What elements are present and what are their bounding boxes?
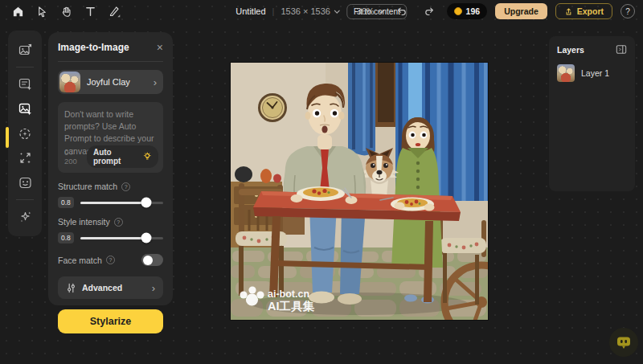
cursor-icon [36, 6, 48, 18]
sparkles-icon [18, 209, 33, 224]
style-intensity-value: 0.8 [58, 232, 74, 243]
slider-thumb[interactable] [141, 233, 152, 243]
chevron-down-icon [334, 10, 340, 14]
tool-group [8, 2, 124, 20]
style-selector[interactable]: Joyful Clay › [58, 70, 163, 94]
image-to-image-panel: Image-to-Image × Joyful Clay › Don't wan… [48, 32, 173, 305]
layer-thumbnail [557, 64, 575, 82]
adjustments-icon [66, 283, 76, 293]
left-sidebar [8, 31, 42, 236]
watermark-domain: ai-bot.cn [268, 288, 309, 300]
undo-button[interactable] [392, 2, 412, 20]
pen-tool-button[interactable] [104, 2, 124, 20]
help-button[interactable]: ? [620, 4, 635, 18]
structure-match-label: Structure match [58, 182, 117, 191]
canvas-image[interactable]: ai-bot.cn AI工具集 [231, 63, 488, 320]
sidebar-item-image-upload[interactable] [13, 39, 37, 62]
chevron-right-icon: › [154, 76, 157, 88]
divider [58, 61, 163, 62]
text-tool-button[interactable] [80, 2, 100, 20]
image-upload-icon [18, 43, 33, 58]
sidebar-divider [16, 67, 34, 67]
stylarize-button[interactable]: Stylarize [58, 309, 163, 333]
document-title[interactable]: Untitled [235, 6, 265, 16]
layer-name: Layer 1 [581, 68, 609, 78]
sidebar-item-face-tools[interactable] [13, 171, 37, 194]
char-counter: 0 / 200 [64, 148, 87, 166]
export-label: Export [577, 6, 604, 16]
lightbulb-icon [143, 152, 152, 162]
top-toolbar: Untitled | 1536 × 1536 Fit to content 36… [0, 0, 643, 22]
sidebar-item-upscale[interactable] [13, 146, 37, 170]
question-icon[interactable]: ? [121, 182, 130, 191]
separator: | [272, 6, 275, 16]
upscale-icon [18, 150, 33, 166]
layer-row[interactable]: Layer 1 [557, 64, 627, 82]
text-tool-icon [84, 6, 96, 18]
auto-prompt-button[interactable]: Auto prompt [87, 145, 158, 168]
chat-bot-icon [616, 335, 632, 350]
prompt-input[interactable]: Don't want to write prompts? Use Auto Pr… [58, 102, 163, 173]
layers-title: Layers [557, 45, 584, 55]
sidebar-item-effects[interactable] [13, 205, 37, 228]
sidebar-item-text-to-image[interactable] [13, 72, 37, 96]
export-button[interactable]: Export [555, 3, 612, 19]
collapse-panel-icon[interactable] [616, 44, 627, 55]
select-tool-button[interactable] [32, 2, 51, 20]
style-intensity-slider[interactable] [80, 237, 163, 239]
question-icon[interactable]: ? [106, 256, 115, 264]
auto-prompt-label: Auto prompt [93, 148, 140, 166]
pen-icon [108, 5, 121, 18]
credits-value: 196 [466, 6, 481, 16]
home-icon [12, 6, 24, 18]
credits-counter[interactable]: 196 [447, 3, 488, 19]
hand-icon [60, 6, 72, 18]
advanced-section[interactable]: Advanced › [58, 276, 163, 299]
canvas-size-dropdown[interactable]: 1536 × 1536 [281, 6, 339, 16]
active-tool-indicator [6, 127, 9, 148]
style-name: Joyful Clay [87, 77, 130, 87]
sidebar-divider [16, 199, 34, 200]
upgrade-button[interactable]: Upgrade [495, 3, 547, 19]
sidebar-item-style-transfer[interactable] [13, 122, 37, 145]
topbar-actions: 36% 196 Upgrade Export ? [357, 2, 635, 20]
layers-panel: Layers Layer 1 [549, 36, 635, 191]
coin-icon [454, 7, 462, 15]
text-to-image-icon [18, 76, 33, 92]
question-icon[interactable]: ? [114, 218, 123, 227]
face-match-label: Face match [58, 256, 102, 265]
sidebar-item-image-to-image[interactable] [13, 97, 37, 121]
panel-title: Image-to-Image [58, 42, 129, 53]
slider-thumb[interactable] [141, 198, 152, 208]
style-thumbnail [59, 72, 80, 92]
redo-icon [424, 6, 435, 17]
support-chat-button[interactable] [609, 328, 638, 357]
structure-match-slider[interactable] [80, 202, 163, 204]
style-transfer-icon [18, 126, 33, 141]
undo-icon [396, 6, 408, 17]
structure-match-value: 0.8 [58, 197, 74, 208]
document-header: Untitled | 1536 × 1536 Fit to content [235, 0, 407, 22]
face-icon [18, 175, 33, 190]
chevron-right-icon: › [152, 282, 155, 294]
face-match-toggle[interactable] [141, 254, 163, 266]
export-icon [564, 7, 573, 16]
image-to-image-icon [18, 101, 33, 117]
close-icon[interactable]: × [157, 42, 163, 53]
hand-tool-button[interactable] [56, 2, 76, 20]
claymation-scene: ai-bot.cn AI工具集 [231, 63, 488, 320]
style-intensity-label: Style intensity [58, 217, 110, 227]
watermark-brand: AI工具集 [268, 300, 315, 313]
home-button[interactable] [8, 2, 27, 20]
canvas-size-value: 1536 × 1536 [281, 6, 330, 16]
advanced-label: Advanced [82, 283, 122, 292]
toggle-knob [143, 256, 153, 265]
redo-button[interactable] [420, 2, 439, 20]
